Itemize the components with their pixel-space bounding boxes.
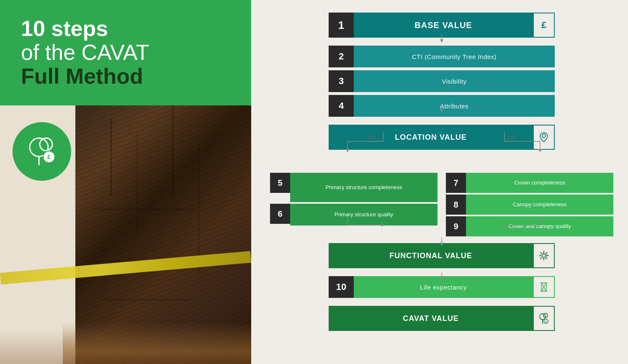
step4-group: 4 Attributes	[270, 95, 613, 117]
step6-box: Primary structure quality	[290, 204, 438, 226]
step7-row: 7 Crown completeness	[446, 173, 613, 193]
location-group: LOCATION VALUE	[270, 125, 613, 150]
step6-row: 6 Primary structure quality	[270, 204, 438, 226]
step1-group: 1 BASE VALUE £	[270, 13, 613, 38]
step4-box: Attributes	[354, 95, 555, 117]
svg-text:£: £	[545, 320, 547, 323]
location-icon-box	[533, 125, 555, 150]
svg-point-30	[542, 254, 546, 257]
step1-box: BASE VALUE	[354, 13, 533, 38]
step6-num: 6	[270, 204, 290, 224]
step10-group: 10 Life expectancy	[270, 276, 613, 298]
step2-box: CTI (Community Tree Index)	[354, 46, 555, 67]
gear-icon	[538, 250, 550, 261]
left-panel: 10 steps of the CAVAT Full Method £	[0, 0, 251, 364]
sub-steps-area: 5 Primary structure completeness 6 Prima…	[270, 173, 613, 236]
arrow3	[270, 236, 613, 243]
step8-row: 8 Canopy completeness	[446, 195, 613, 215]
functional-box: FUNCTIONAL VALUE	[329, 243, 533, 268]
svg-point-29	[542, 134, 546, 138]
green-header: 10 steps of the CAVAT Full Method	[0, 0, 251, 105]
full-flow: 1 BASE VALUE £ 2 CTI (Community Tree Ind…	[270, 8, 613, 332]
step10-box: Life expectancy	[354, 276, 533, 298]
svg-point-35	[540, 314, 546, 320]
arrow5	[270, 299, 613, 306]
pound-icon-box: £	[533, 13, 555, 38]
step10-num: 10	[329, 276, 354, 298]
title: 10 steps of the CAVAT Full Method	[21, 17, 230, 89]
svg-point-31	[541, 253, 547, 259]
step3-num: 3	[329, 70, 354, 92]
step5-box: Primary structure completeness	[290, 173, 438, 202]
step2-group: 2 CTI (Community Tree Index)	[270, 46, 613, 67]
svg-point-1	[40, 138, 52, 151]
step3-group: 3 Visibility	[270, 70, 613, 92]
step7-box: Crown completeness	[466, 173, 613, 193]
tree-icon: £	[23, 133, 61, 170]
step1-num: 1	[329, 13, 354, 38]
step5-row: 5 Primary structure completeness	[270, 173, 438, 202]
step9-row: 9 Crown and canopy quality	[446, 216, 613, 236]
cavat-box: CAVAT VALUE	[329, 306, 533, 331]
step9-num: 9	[446, 216, 466, 236]
arrow4	[270, 269, 613, 276]
left-col: 5 Primary structure completeness 6 Prima…	[270, 173, 438, 236]
step2-num: 2	[329, 46, 354, 67]
arrow1	[270, 39, 613, 46]
step4-num: 4	[329, 95, 354, 117]
location-pin-icon	[538, 132, 549, 143]
functional-icon-box	[533, 243, 555, 268]
step5-num: 5	[270, 173, 290, 193]
tree-value-icon: £	[538, 312, 550, 325]
diagram: 40% 60% 1 BASE VALUE £ 2	[270, 8, 613, 332]
tree-icon-circle: £	[13, 122, 71, 181]
step9-box: Crown and canopy quality	[466, 216, 613, 236]
step3-box: Visibility	[354, 70, 555, 92]
photo-area: £	[0, 105, 251, 364]
svg-text:£: £	[47, 154, 51, 160]
right-col: 7 Crown completeness 8 Canopy completene…	[446, 173, 613, 236]
location-box: LOCATION VALUE	[329, 125, 533, 150]
cavat-group: CAVAT VALUE £	[270, 306, 613, 331]
hourglass-icon	[538, 282, 549, 292]
right-panel: 40% 60% 1 BASE VALUE £ 2	[251, 0, 628, 364]
step8-num: 8	[446, 195, 466, 215]
branch-space	[270, 151, 613, 173]
functional-group: FUNCTIONAL VALUE	[270, 243, 613, 268]
step8-box: Canopy completeness	[466, 195, 613, 215]
step10-icon-box	[533, 276, 555, 298]
pound-icon: £	[541, 20, 546, 31]
step7-num: 7	[446, 173, 466, 193]
cavat-icon-box: £	[533, 306, 555, 331]
arrow2	[270, 118, 613, 125]
